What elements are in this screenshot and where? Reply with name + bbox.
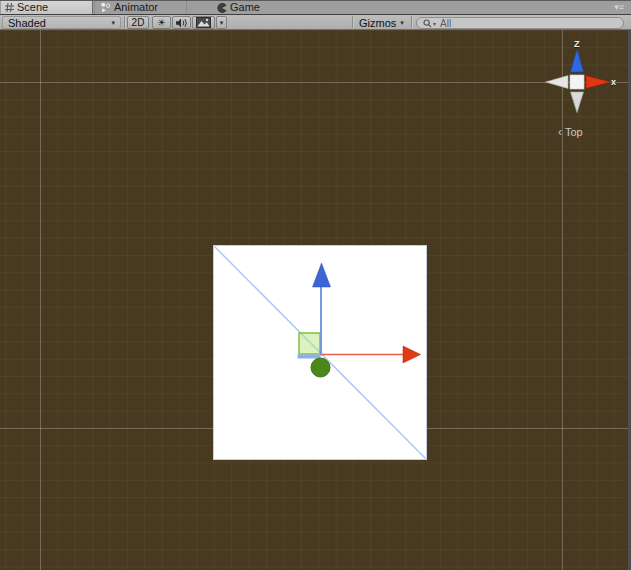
tab-animator-label: Animator <box>114 1 158 14</box>
scene-object-quad[interactable] <box>214 246 426 459</box>
tab-game-label: Game <box>230 1 260 14</box>
view-menu-chevron-icon: ‹ <box>558 125 562 139</box>
orientation-left-cone[interactable] <box>546 76 569 89</box>
gizmos-label: Gizmos <box>359 17 396 29</box>
effects-dropdown-button[interactable]: ▾ <box>216 16 227 29</box>
toolbar-separator <box>411 16 412 28</box>
2d-toggle-button[interactable]: 2D <box>127 16 149 29</box>
lighting-toggle-button[interactable]: ☀ <box>152 16 171 29</box>
game-icon <box>217 3 227 13</box>
view-orientation-label: Top <box>565 126 583 138</box>
axis-z-label: Z <box>574 40 580 49</box>
chevron-down-icon: ▾ <box>220 19 224 27</box>
image-icon <box>196 17 211 28</box>
toolbar-separator <box>124 16 125 28</box>
tab-animator[interactable]: Animator <box>94 1 186 14</box>
orientation-cube[interactable] <box>570 75 584 89</box>
panel-menu-icon[interactable]: ▾≡ <box>614 2 624 13</box>
tab-scene-label: Scene <box>17 1 48 14</box>
gizmos-dropdown[interactable]: Gizmos ▾ <box>357 16 406 29</box>
grid-major-line <box>40 30 41 570</box>
toolbar-separator <box>352 16 353 28</box>
search-value: All <box>440 18 451 29</box>
unity-scene-panel: Scene Animator Game ▾≡ Shaded ▾ 2D ☀ <box>0 0 631 570</box>
chevron-down-icon: ▾ <box>111 19 115 27</box>
orientation-x-cone[interactable] <box>586 76 611 89</box>
render-mode-dropdown[interactable]: Shaded ▾ <box>2 16 121 29</box>
orientation-z-cone[interactable] <box>571 49 584 72</box>
animator-icon <box>100 2 111 13</box>
axis-x-label: x <box>611 78 616 87</box>
tab-bar: Scene Animator Game ▾≡ <box>0 0 631 15</box>
render-mode-label: Shaded <box>8 17 46 29</box>
2d-toggle-label: 2D <box>132 17 145 28</box>
search-icon <box>423 19 432 28</box>
audio-toggle-button[interactable] <box>172 16 191 29</box>
view-orientation-menu[interactable]: ‹ Top <box>558 125 583 139</box>
speaker-icon <box>175 18 188 28</box>
scene-search-field[interactable]: ▾ All <box>416 17 624 29</box>
sun-icon: ☀ <box>157 18 166 28</box>
tab-scene[interactable]: Scene <box>1 1 93 14</box>
chevron-down-icon: ▾ <box>400 19 404 27</box>
effects-toggle-button[interactable] <box>192 16 215 29</box>
orientation-down-cone[interactable] <box>571 92 584 113</box>
search-filter-chevron-icon[interactable]: ▾ <box>433 20 436 27</box>
scene-grid-icon <box>5 3 14 12</box>
scene-toolbar: Shaded ▾ 2D ☀ ▾ Gizmos ▾ <box>0 15 631 30</box>
tab-game[interactable]: Game <box>186 1 290 14</box>
